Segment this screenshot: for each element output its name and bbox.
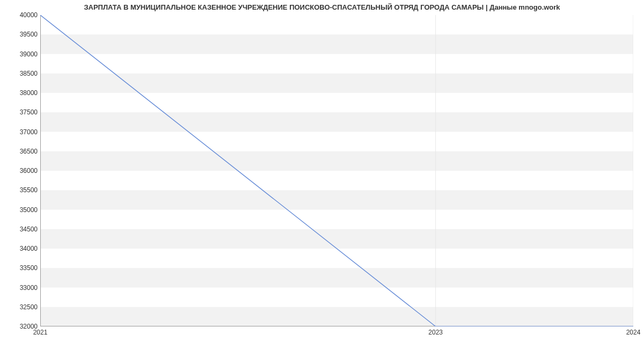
chart-title: ЗАРПЛАТА В МУНИЦИПАЛЬНОЕ КАЗЕННОЕ УЧРЕЖД… [0, 3, 644, 11]
y-tick-label: 36500 [5, 148, 38, 155]
svg-rect-6 [40, 74, 633, 93]
y-tick-label: 34500 [5, 226, 38, 233]
y-tick-label: 34000 [5, 245, 38, 252]
svg-rect-3 [40, 190, 633, 209]
x-tick-label: 2023 [428, 329, 443, 336]
svg-rect-0 [40, 307, 633, 326]
svg-rect-1 [40, 268, 633, 287]
salary-line-chart: ЗАРПЛАТА В МУНИЦИПАЛЬНОЕ КАЗЕННОЕ УЧРЕЖД… [0, 0, 644, 349]
plot-area [40, 15, 633, 326]
y-tick-label: 39500 [5, 31, 38, 38]
y-tick-label: 33000 [5, 284, 38, 292]
svg-rect-2 [40, 229, 633, 249]
y-tick-label: 37500 [5, 108, 38, 116]
y-tick-label: 36000 [5, 167, 38, 174]
y-tick-label: 37000 [5, 128, 38, 136]
y-tick-label: 40000 [5, 11, 38, 19]
x-tick-label: 2024 [626, 329, 641, 336]
y-tick-label: 32500 [5, 303, 38, 311]
svg-rect-7 [40, 34, 633, 54]
y-tick-label: 39000 [5, 50, 38, 58]
y-tick-label: 35000 [5, 206, 38, 214]
y-tick-label: 35500 [5, 186, 38, 194]
y-tick-label: 38000 [5, 89, 38, 97]
svg-rect-4 [40, 151, 633, 171]
x-tick-label: 2021 [33, 329, 48, 336]
y-tick-label: 33500 [5, 264, 38, 272]
y-tick-label: 38500 [5, 70, 38, 77]
chart-svg [40, 15, 633, 326]
svg-rect-5 [40, 112, 633, 132]
